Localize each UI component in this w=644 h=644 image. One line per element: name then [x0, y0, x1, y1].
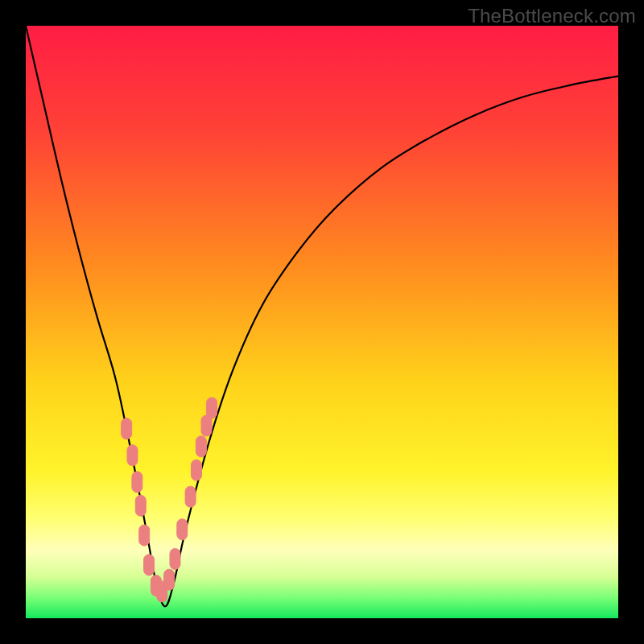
curve-layer: [26, 26, 618, 618]
marker-point: [122, 418, 132, 439]
plot-area: [26, 26, 618, 618]
marker-point: [139, 525, 150, 546]
chart-frame: TheBottleneck.com: [0, 0, 644, 644]
marker-point: [177, 519, 188, 540]
marker-point: [196, 436, 206, 457]
marker-point: [127, 445, 138, 466]
marker-point: [164, 569, 175, 590]
bottleneck-curve: [26, 26, 618, 606]
watermark-text: TheBottleneck.com: [468, 5, 636, 27]
marker-point: [144, 555, 155, 576]
marker-group: [122, 398, 217, 602]
marker-point: [135, 495, 146, 516]
marker-point: [207, 398, 217, 419]
marker-point: [185, 486, 196, 507]
marker-point: [170, 548, 180, 569]
marker-point: [132, 472, 142, 493]
marker-point: [191, 460, 201, 481]
